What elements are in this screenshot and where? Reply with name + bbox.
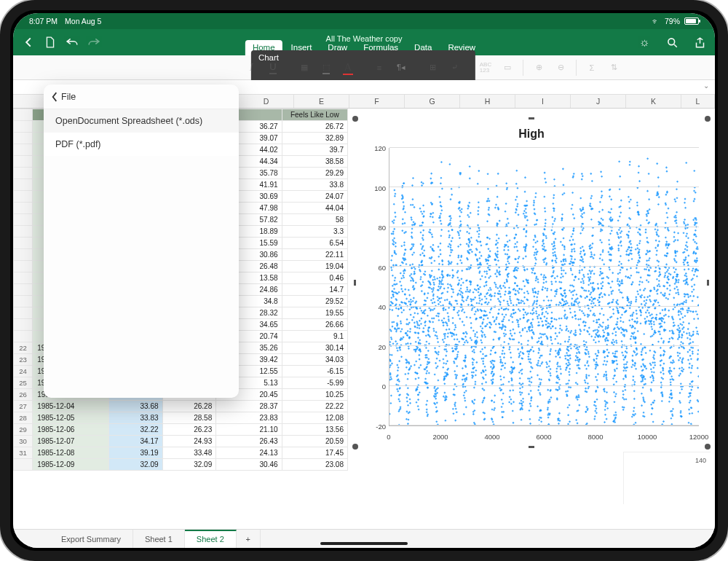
svg-rect-3621 (676, 211, 678, 213)
svg-rect-310 (413, 251, 415, 254)
chart-handle-e[interactable] (707, 280, 709, 286)
svg-rect-3387 (657, 302, 660, 304)
cell-style-icon[interactable]: ▭ (498, 59, 517, 76)
col-I[interactable]: I (515, 95, 571, 108)
svg-rect-1448 (503, 316, 505, 318)
chart-handle-ne[interactable] (705, 116, 711, 122)
col-K[interactable]: K (626, 95, 681, 108)
svg-rect-1674 (521, 386, 523, 388)
svg-rect-2435 (582, 246, 584, 248)
col-L[interactable]: L (681, 95, 715, 108)
panel-back-button[interactable]: File (44, 85, 239, 109)
table-row[interactable]: 291985-12-0632.2226.2321.1013.56 (14, 424, 348, 436)
share-icon[interactable] (692, 34, 708, 50)
svg-rect-2899 (618, 160, 620, 162)
svg-rect-2062 (552, 248, 554, 251)
home-indicator[interactable] (320, 542, 408, 545)
sheet-tab-sheet2[interactable]: Sheet 2 (185, 530, 237, 548)
svg-rect-1721 (525, 211, 527, 213)
undo-icon[interactable] (64, 34, 80, 50)
svg-rect-2924 (620, 200, 622, 202)
svg-rect-1889 (538, 349, 540, 351)
delete-cells-icon[interactable]: ⊖ (551, 59, 570, 76)
svg-rect-2025 (549, 372, 551, 374)
chart-handle-s[interactable] (529, 446, 534, 448)
fill-color-icon[interactable]: ⬚ (317, 59, 336, 76)
chart-object[interactable]: High -2002040608010012002000400060008000… (355, 119, 708, 447)
table-row[interactable]: 271985-12-0433.6826.2828.3722.22 (14, 401, 348, 412)
svg-rect-925 (462, 367, 464, 369)
svg-rect-2111 (555, 367, 558, 369)
svg-rect-568 (433, 307, 435, 310)
svg-rect-1058 (472, 413, 475, 415)
number-format-icon[interactable]: ABC123 (476, 59, 495, 76)
chevron-down-icon[interactable]: ⌄ (703, 82, 709, 90)
svg-rect-305 (413, 243, 415, 246)
svg-rect-1265 (488, 238, 491, 240)
chart-handle-n[interactable] (529, 117, 534, 119)
svg-rect-2360 (575, 419, 577, 421)
col-H[interactable]: H (460, 95, 515, 108)
svg-rect-550 (432, 279, 434, 281)
table-row[interactable]: 281985-12-0533.8328.5823.8312.08 (14, 412, 348, 424)
svg-rect-2453 (583, 340, 585, 342)
chart-handle-se[interactable] (705, 444, 711, 450)
export-option-pdf[interactable]: PDF (*.pdf) (44, 133, 239, 156)
svg-rect-3253 (646, 190, 649, 192)
svg-rect-3298 (650, 368, 652, 370)
lightbulb-icon[interactable]: ☼ (636, 34, 652, 50)
rtl-icon[interactable]: ¶◂ (392, 59, 411, 76)
col-E[interactable]: E (294, 95, 349, 108)
autosum-icon[interactable]: Σ (582, 59, 601, 76)
svg-rect-771 (449, 246, 451, 248)
svg-rect-544 (432, 302, 434, 304)
svg-rect-848 (456, 411, 458, 413)
col-G[interactable]: G (405, 95, 460, 108)
add-sheet-button[interactable]: + (237, 530, 261, 548)
svg-rect-2931 (620, 340, 622, 342)
chart-handle-nw[interactable] (352, 116, 358, 122)
file-icon[interactable] (42, 34, 58, 50)
svg-rect-2608 (595, 366, 597, 368)
insert-cells-icon[interactable]: ⊕ (529, 59, 548, 76)
align-icon[interactable]: ≡ (370, 59, 389, 76)
wrap-icon[interactable]: ⤶ (445, 59, 464, 76)
svg-rect-2165 (560, 260, 562, 262)
underline-icon[interactable]: U (264, 59, 282, 76)
col-F[interactable]: F (349, 95, 405, 108)
sort-filter-icon[interactable]: ⇅ (604, 59, 623, 76)
search-icon[interactable] (664, 34, 680, 50)
svg-rect-536 (431, 270, 433, 272)
chart-handle-sw[interactable] (352, 444, 358, 450)
borders-icon[interactable]: ▦ (295, 59, 314, 76)
table-row[interactable]: 301985-12-0734.1724.9326.4320.59 (14, 436, 348, 447)
italic-icon[interactable]: I (242, 59, 261, 76)
export-format-panel: File OpenDocument Spreadsheet (*.ods) PD… (44, 85, 239, 398)
svg-rect-3768 (687, 237, 689, 239)
chart-handle-w[interactable] (354, 280, 356, 286)
sheet-tab-export-summary[interactable]: Export Summary (50, 530, 133, 548)
sheet-tab-sheet1[interactable]: Sheet 1 (133, 530, 185, 548)
svg-rect-3855 (694, 270, 696, 272)
col-J[interactable]: J (571, 95, 626, 108)
svg-rect-263 (409, 328, 411, 330)
svg-rect-2729 (605, 403, 607, 405)
svg-rect-735 (446, 336, 448, 338)
merge-icon[interactable]: ⊞ (423, 59, 442, 76)
export-option-ods[interactable]: OpenDocument Spreadsheet (*.ods) (44, 109, 239, 133)
svg-rect-3587 (673, 236, 675, 238)
svg-rect-1616 (517, 321, 519, 323)
svg-rect-2947 (622, 390, 624, 392)
font-color-icon[interactable]: A (339, 59, 357, 76)
table-row[interactable]: 1985-12-0932.0932.0930.4623.08 (14, 459, 348, 471)
svg-rect-3034 (629, 160, 631, 162)
table-row[interactable]: 311985-12-0839.1933.4824.1317.45 (14, 447, 348, 459)
redo-icon[interactable] (86, 34, 102, 50)
svg-rect-3072 (632, 364, 634, 366)
svg-rect-1898 (539, 332, 541, 334)
svg-rect-3371 (656, 250, 658, 252)
col-D[interactable]: D (239, 95, 294, 108)
svg-rect-3667 (679, 373, 681, 375)
svg-rect-1495 (507, 260, 509, 262)
back-icon[interactable] (20, 34, 36, 50)
